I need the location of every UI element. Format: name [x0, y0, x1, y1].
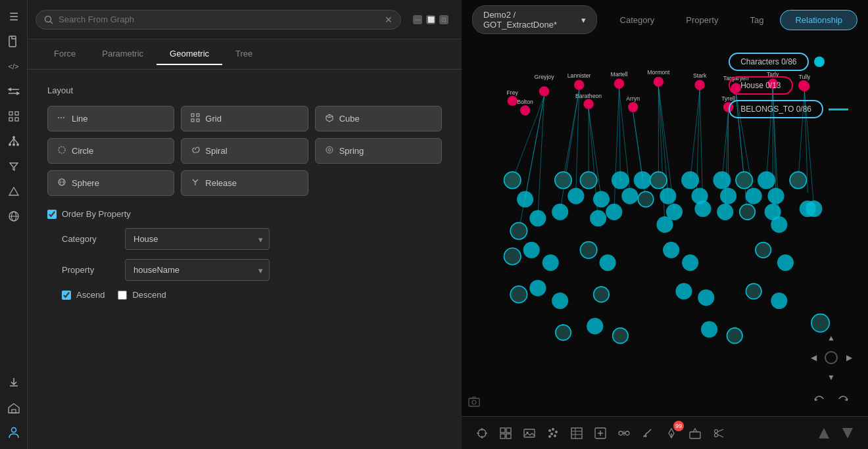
breadcrumb[interactable]: Demo2 / GOT_ExtractDone* ▾ — [472, 5, 597, 34]
property-select-wrapper: houseName name id — [125, 259, 270, 281]
svg-point-38 — [614, 79, 624, 89]
svg-point-152 — [756, 243, 771, 258]
layout-sphere-button[interactable]: Sphere — [47, 170, 174, 196]
nav-up-button[interactable]: ▲ — [823, 329, 840, 346]
nav-controls: ▲ ◀ ▶ ▼ — [805, 329, 857, 410]
ascend-checkbox[interactable] — [62, 291, 71, 300]
svg-point-146 — [663, 242, 679, 258]
svg-marker-211 — [819, 428, 829, 438]
add-node-icon[interactable] — [591, 423, 610, 443]
table-view-icon[interactable] — [567, 423, 587, 443]
property-select[interactable]: houseName name id — [125, 259, 270, 281]
search-box[interactable]: ✕ — [36, 10, 401, 30]
svg-point-175 — [472, 400, 476, 404]
brush-icon[interactable] — [638, 423, 658, 443]
characters-legend-label[interactable]: Characters 0/86 — [729, 53, 808, 71]
svg-point-102 — [593, 191, 610, 207]
search-clear-icon[interactable]: ✕ — [385, 14, 393, 25]
house-legend-label[interactable]: House 0/13 — [729, 76, 792, 95]
link-node-icon[interactable] — [614, 423, 634, 443]
svg-point-162 — [594, 287, 609, 302]
grid-icon[interactable] — [3, 105, 25, 128]
nav-rotate-left-button[interactable] — [810, 391, 829, 410]
order-by-label[interactable]: Order By Property — [62, 209, 131, 219]
svg-line-209 — [717, 429, 723, 432]
descend-checkbox[interactable] — [118, 291, 127, 300]
export-graph-icon[interactable] — [685, 423, 705, 443]
screenshot-icon[interactable] — [468, 396, 480, 410]
svg-point-204 — [645, 435, 647, 437]
pin-icon[interactable]: 99 — [662, 423, 681, 443]
category-select[interactable]: House Character Family — [125, 228, 270, 250]
order-by-checkbox[interactable] — [47, 210, 57, 219]
svg-point-127 — [606, 204, 622, 220]
svg-point-192 — [548, 435, 551, 438]
belongs-to-legend-label[interactable]: BELONGS_TO 0/86 — [729, 100, 823, 118]
arrows-icon[interactable] — [3, 80, 25, 103]
nav-tab-relationship[interactable]: Relationship — [780, 10, 857, 30]
crosshair-icon[interactable] — [472, 423, 492, 443]
svg-rect-3 — [9, 118, 12, 121]
home-icon[interactable] — [3, 396, 25, 419]
nav-left-button[interactable]: ◀ — [805, 349, 822, 366]
svg-point-52 — [508, 96, 518, 106]
tab-force[interactable]: Force — [41, 43, 89, 65]
nav-tab-category[interactable]: Category — [605, 10, 670, 30]
left-panel: ✕ — ⬜ ⊡ Force Parametric Geometric Tree … — [28, 0, 462, 449]
layout-spiral-button[interactable]: Spiral — [181, 138, 308, 164]
person-icon[interactable] — [3, 421, 25, 444]
hierarchy-icon[interactable] — [3, 130, 25, 153]
toolbar-icons-left: 99 — [472, 423, 729, 443]
svg-point-120 — [650, 172, 667, 189]
nav-down-button[interactable]: ▼ — [823, 369, 840, 386]
maximize-button[interactable]: ⊡ — [439, 15, 448, 24]
export-icon[interactable] — [3, 371, 25, 394]
scissor-icon[interactable] — [709, 423, 729, 443]
file-icon[interactable] — [3, 30, 25, 53]
zoom-up-icon[interactable] — [814, 423, 834, 443]
svg-point-110 — [713, 172, 731, 189]
layout-label: Layout — [47, 85, 442, 95]
restore-button[interactable]: ⬜ — [426, 15, 435, 24]
layout-cube-button[interactable]: Cube — [315, 106, 442, 131]
tabs-bar: Force Parametric Geometric Tree — [28, 39, 462, 70]
ascend-label[interactable]: Ascend — [76, 290, 105, 300]
nav-tab-tag[interactable]: Tag — [735, 10, 779, 30]
code-icon[interactable]: </> — [3, 55, 25, 78]
nav-rotate-right-button[interactable] — [834, 391, 852, 410]
nav-up-row: ▲ — [823, 329, 840, 346]
globe-icon[interactable] — [3, 205, 25, 227]
layout-release-button[interactable]: Release — [181, 170, 308, 196]
menu-icon[interactable]: ☰ — [3, 5, 25, 28]
svg-point-17 — [11, 428, 16, 433]
expand-graph-icon[interactable] — [496, 423, 516, 443]
triangle-icon[interactable] — [3, 180, 25, 202]
tab-geometric[interactable]: Geometric — [157, 43, 222, 65]
legend-house: House 0/13 — [729, 76, 848, 95]
svg-point-56 — [583, 99, 593, 108]
nav-right-button[interactable]: ▶ — [840, 349, 857, 366]
minimize-button[interactable]: — — [413, 15, 422, 24]
scatter-icon[interactable] — [543, 423, 563, 443]
tab-tree[interactable]: Tree — [222, 43, 266, 65]
layout-circle-button[interactable]: Circle — [47, 138, 174, 164]
search-input[interactable] — [59, 14, 379, 24]
svg-point-18 — [45, 16, 51, 22]
filter-icon[interactable] — [3, 155, 25, 177]
tab-parametric[interactable]: Parametric — [89, 43, 157, 65]
zoom-down-icon[interactable] — [838, 423, 857, 443]
layout-grid-button[interactable]: Grid — [181, 106, 308, 131]
layout-spring-button[interactable]: Spring — [315, 138, 442, 164]
svg-point-107 — [660, 188, 676, 204]
descend-label[interactable]: Descend — [132, 290, 166, 300]
svg-point-40 — [694, 80, 704, 90]
svg-marker-12 — [9, 187, 18, 195]
svg-rect-22 — [197, 114, 199, 116]
grid-layout-icon — [191, 113, 200, 124]
image-view-icon[interactable] — [519, 423, 539, 443]
nav-down-row: ▼ — [823, 369, 840, 386]
layout-line-button[interactable]: Line — [47, 106, 174, 131]
svg-rect-185 — [524, 429, 535, 437]
nav-tab-property[interactable]: Property — [671, 10, 733, 30]
svg-point-105 — [634, 172, 652, 189]
